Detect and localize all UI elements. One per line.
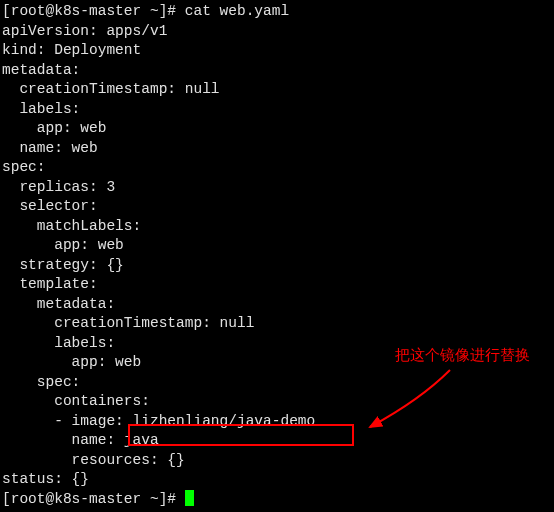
yaml-line: labels:: [2, 100, 554, 120]
yaml-line: app: web: [2, 119, 554, 139]
yaml-line: metadata:: [2, 295, 554, 315]
yaml-line: selector:: [2, 197, 554, 217]
cursor-block: [185, 490, 194, 506]
yaml-line: matchLabels:: [2, 217, 554, 237]
yaml-line: resources: {}: [2, 451, 554, 471]
yaml-line: metadata:: [2, 61, 554, 81]
yaml-line: name: web: [2, 139, 554, 159]
yaml-line: apiVersion: apps/v1: [2, 22, 554, 42]
shell-prompt: [root@k8s-master ~]#: [2, 491, 185, 507]
yaml-line: creationTimestamp: null: [2, 314, 554, 334]
yaml-line: kind: Deployment: [2, 41, 554, 61]
yaml-line: containers:: [2, 392, 554, 412]
yaml-line: creationTimestamp: null: [2, 80, 554, 100]
yaml-line: strategy: {}: [2, 256, 554, 276]
yaml-line: status: {}: [2, 470, 554, 490]
highlight-rectangle: [128, 424, 354, 446]
yaml-line: replicas: 3: [2, 178, 554, 198]
yaml-line: spec:: [2, 158, 554, 178]
yaml-line: spec:: [2, 373, 554, 393]
yaml-line: template:: [2, 275, 554, 295]
command-text: cat web.yaml: [185, 3, 289, 19]
shell-prompt: [root@k8s-master ~]#: [2, 3, 185, 19]
annotation-label: 把这个镜像进行替换: [395, 346, 530, 365]
yaml-line: app: web: [2, 236, 554, 256]
